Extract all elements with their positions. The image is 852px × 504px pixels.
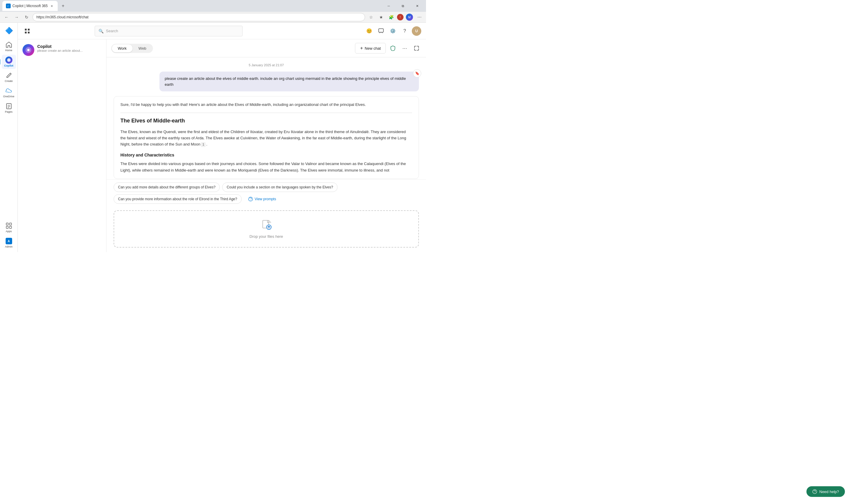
more-options-button[interactable]: ⋯ — [415, 13, 424, 21]
navigation-bar: ← → ↻ https://m365.cloud.microsoft/chat … — [0, 12, 426, 22]
app-shell: 🔷 Home Copilot Create — [0, 23, 426, 252]
chat-button[interactable] — [376, 26, 386, 36]
top-header: 🔍 Search 😊 ⚙️ ? U — [18, 23, 426, 39]
sidebar-item-admin[interactable]: A Admin — [2, 236, 16, 250]
copilot-icon — [5, 56, 13, 64]
footnote-1: 1 — [201, 142, 205, 147]
extensions-button[interactable]: 🧩 — [387, 13, 395, 21]
sidebar-item-onedrive-label: OneDrive — [3, 95, 14, 98]
expand-icon[interactable] — [412, 43, 421, 53]
sidebar-item-create[interactable]: Create — [2, 70, 16, 84]
tab-close-button[interactable]: ✕ — [49, 3, 54, 8]
help-button[interactable]: ? — [400, 26, 410, 36]
user-message: 🔖 please create an article about the elv… — [160, 72, 419, 91]
tab-favicon: C — [6, 3, 11, 8]
tab-bar: C Copilot | Microsoft 365 ✕ + ─ ⧉ ✕ — [0, 0, 426, 12]
copilot-name: Copilot — [37, 44, 83, 49]
back-button[interactable]: ← — [2, 13, 11, 21]
more-options-icon[interactable]: ⋯ — [400, 43, 410, 53]
address-bar[interactable]: https://m365.cloud.microsoft/chat — [33, 13, 365, 21]
sidebar-item-create-label: Create — [5, 79, 13, 83]
copilot-subtitle: please create an article about... — [37, 49, 83, 52]
svg-text:🔷: 🔷 — [5, 27, 13, 35]
apps-grid-button[interactable] — [22, 26, 32, 36]
refresh-button[interactable]: ↻ — [22, 13, 31, 21]
svg-rect-8 — [6, 223, 8, 225]
sidebar-item-copilot-label: Copilot — [4, 64, 13, 67]
minimize-button[interactable]: ─ — [382, 1, 395, 11]
drop-zone[interactable]: Drop your files here — [114, 210, 419, 248]
message-timestamp: 5 January 2025 at 21:07 — [114, 63, 419, 67]
svg-rect-9 — [10, 223, 12, 225]
svg-rect-11 — [10, 226, 12, 228]
prompts-icon — [248, 197, 253, 201]
mode-toggle: Work Web — [111, 44, 153, 53]
profile-button[interactable]: ! — [397, 14, 403, 20]
user-message-text: please create an article about the elves… — [165, 76, 406, 87]
copilot-info: Copilot please create an article about..… — [37, 44, 83, 52]
drop-file-icon — [261, 219, 272, 232]
search-icon: 🔍 — [98, 29, 104, 33]
browser-tab-active[interactable]: C Copilot | Microsoft 365 ✕ — [2, 1, 58, 11]
forward-button[interactable]: → — [13, 13, 21, 21]
new-chat-plus-icon: + — [360, 46, 363, 51]
sidebar-item-copilot[interactable]: Copilot — [2, 55, 16, 69]
user-avatar[interactable]: U — [412, 26, 421, 36]
restore-button[interactable]: ⧉ — [396, 1, 410, 11]
web-mode-button[interactable]: Web — [132, 44, 152, 52]
emoji-button[interactable]: 😊 — [364, 26, 374, 36]
favorites-button[interactable]: ☆ — [367, 13, 375, 21]
m365-logo[interactable]: 🔷 — [2, 25, 16, 37]
sidebar-item-apps-label: Apps — [6, 230, 12, 233]
main-content: 🔍 Search 😊 ⚙️ ? U — [18, 23, 426, 252]
chat-header-right: + New chat ⋯ — [355, 43, 421, 54]
window-controls: ─ ⧉ ✕ — [382, 1, 424, 11]
sidebar-item-home-label: Home — [5, 49, 12, 52]
article-title: The Elves of Middle-earth — [121, 116, 412, 125]
sidebar-item-apps[interactable]: Apps — [2, 220, 16, 235]
onedrive-icon — [5, 87, 13, 94]
active-indicator — [0, 59, 0, 65]
drop-zone-container: Drop your files here — [107, 207, 426, 252]
copilot-avatar — [22, 44, 34, 56]
svg-rect-12 — [25, 29, 26, 31]
bookmark-button[interactable]: ★ — [377, 13, 385, 21]
ai-message: Sure, I'd be happy to help you with that… — [114, 96, 419, 179]
sidebar-item-onedrive[interactable]: OneDrive — [2, 86, 16, 100]
search-bar[interactable]: 🔍 Search — [95, 26, 242, 36]
settings-button[interactable]: ⚙️ — [388, 26, 398, 36]
right-panel: Work Web + New chat ⋯ — [107, 39, 426, 252]
svg-rect-13 — [28, 29, 30, 31]
work-mode-button[interactable]: Work — [112, 44, 132, 52]
suggestion-chip-1[interactable]: Can you add more details about the diffe… — [114, 182, 220, 192]
svg-rect-16 — [379, 29, 383, 32]
new-chat-button[interactable]: + New chat — [355, 43, 386, 54]
article-para1: The Elves, known as the Quendi, were the… — [121, 129, 412, 148]
search-placeholder: Search — [106, 29, 118, 33]
home-icon — [5, 41, 13, 48]
admin-icon: A — [5, 237, 13, 245]
create-icon — [5, 72, 13, 79]
divider — [121, 113, 412, 113]
shield-icon[interactable] — [388, 43, 398, 53]
tab-title: Copilot | Microsoft 365 — [13, 4, 48, 8]
ai-intro-text: Sure, I'd be happy to help you with that… — [121, 102, 412, 108]
bookmark-icon[interactable]: 🔖 — [413, 69, 421, 77]
sidebar-item-home[interactable]: Home — [2, 39, 16, 54]
section-title: History and Characteristics — [121, 152, 412, 158]
left-panel: Copilot please create an article about..… — [18, 39, 107, 252]
sidebar-item-pages[interactable]: Pages — [2, 101, 16, 115]
suggestion-chip-2[interactable]: Could you include a section on the langu… — [222, 182, 338, 192]
suggestion-chip-3[interactable]: Can you provide more information about t… — [114, 194, 242, 204]
browser-profile-avatar[interactable]: M — [405, 13, 414, 21]
close-button[interactable]: ✕ — [411, 1, 424, 11]
view-prompts-button[interactable]: View prompts — [244, 194, 280, 204]
chat-area: Copilot please create an article about..… — [18, 39, 426, 252]
url-text: https://m365.cloud.microsoft/chat — [36, 15, 88, 19]
new-tab-button[interactable]: + — [59, 2, 67, 10]
sidebar: 🔷 Home Copilot Create — [0, 23, 18, 252]
drop-zone-label: Drop your files here — [249, 234, 283, 239]
sidebar-item-admin-label: Admin — [5, 245, 13, 248]
new-chat-label: New chat — [365, 46, 381, 51]
svg-point-19 — [250, 200, 251, 201]
